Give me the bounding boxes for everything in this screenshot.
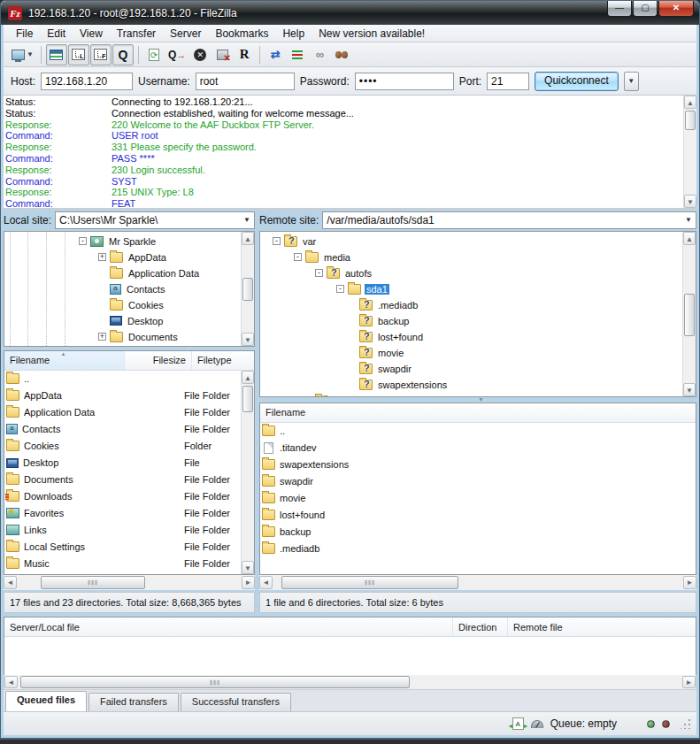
scroll-up-icon[interactable]: ▲ [242, 232, 254, 245]
tree-item-swapextensions[interactable]: swapextensions [260, 377, 681, 393]
tree-item-autofs[interactable]: -autofs [260, 265, 681, 281]
refresh-button[interactable]: ⟳ [143, 44, 165, 65]
menu-edit[interactable]: Edit [40, 26, 73, 42]
toggle-queue-button[interactable]: Q [112, 44, 134, 65]
file-row[interactable]: DocumentsFile Folder [4, 472, 241, 488]
expander-icon[interactable]: + [98, 333, 106, 341]
tree-item-application-data[interactable]: Application Data [4, 265, 240, 281]
local-horizontal-scrollbar[interactable]: ◄ ⦀⦀⦀ ► [4, 575, 255, 590]
local-tree-scrollbar[interactable]: ▲ ▼ [241, 232, 254, 346]
site-manager-button[interactable]: ▼ [9, 44, 36, 65]
scrollbar-thumb[interactable]: ⦀⦀⦀ [41, 576, 145, 589]
scrollbar-thumb[interactable]: ⦀⦀⦀ [281, 576, 458, 589]
resize-grip[interactable] [681, 718, 691, 729]
log-scrollbar[interactable]: ▲ ▼ [683, 96, 696, 208]
toggle-remote-tree-button[interactable]: F [90, 44, 112, 65]
local-list-scrollbar[interactable]: ▲ ▼ [241, 371, 254, 574]
quickconnect-button[interactable]: Quickconnect [535, 72, 619, 91]
tree-item-desktop[interactable]: Desktop [4, 313, 240, 329]
expander-icon[interactable]: - [79, 237, 87, 245]
file-row[interactable]: CookiesFolder [4, 438, 241, 455]
scroll-right-icon[interactable]: ► [242, 576, 255, 589]
file-row[interactable]: Application DataFile Folder [4, 404, 241, 421]
tree-item-downloads[interactable]: +Downloads [4, 345, 240, 346]
tree-item-lost-found[interactable]: lost+found [260, 329, 681, 345]
toggle-message-log-button[interactable] [46, 44, 67, 65]
tree-item-swapdir[interactable]: swapdir [260, 361, 681, 377]
scrollbar-thumb[interactable]: ⦀⦀⦀ [20, 676, 410, 688]
scroll-down-icon[interactable]: ▼ [242, 561, 254, 574]
file-row[interactable]: LinksFile Folder [4, 522, 241, 539]
scroll-right-icon[interactable]: ► [683, 576, 696, 589]
scroll-down-icon[interactable]: ▼ [242, 333, 254, 346]
menu-new-version-notice[interactable]: New version available! [312, 26, 432, 42]
file-row[interactable]: lost+found [260, 507, 696, 524]
column-header-filename[interactable]: Filename [260, 403, 696, 422]
chevron-down-icon[interactable]: ▼ [243, 216, 250, 224]
minimize-button[interactable]: — [607, 1, 632, 17]
scroll-up-icon[interactable]: ▲ [242, 371, 254, 384]
file-row[interactable]: AppDataFile Folder [4, 387, 241, 404]
title-bar[interactable]: Fz 192.168.1.20 - root@192.168.1.20 - Fi… [1, 1, 699, 25]
compare-directories-button[interactable]: ⇄ [265, 44, 286, 65]
scroll-left-icon[interactable]: ◄ [4, 576, 17, 589]
file-row[interactable]: DownloadsFile Folder [4, 488, 241, 505]
tree-item-contacts[interactable]: Contacts [4, 281, 240, 297]
speed-limits-icon[interactable] [531, 720, 543, 728]
tree-item-sda1[interactable]: -sda1 [260, 281, 681, 297]
reconnect-button[interactable]: R [234, 44, 255, 65]
scrollbar-thumb[interactable] [242, 386, 253, 412]
port-input[interactable]: 21 [487, 73, 529, 90]
file-row[interactable]: DesktopFile [4, 455, 241, 472]
remote-tree-scrollbar[interactable]: ▲ ▼ [682, 232, 696, 396]
tab-successful-transfers[interactable]: Successful transfers [181, 693, 291, 711]
host-input[interactable]: 192.168.1.20 [41, 73, 133, 90]
menu-file[interactable]: File [9, 26, 40, 42]
tab-failed-transfers[interactable]: Failed transfers [88, 693, 179, 711]
transfer-type-icon[interactable]: A [512, 717, 524, 730]
scroll-up-icon[interactable]: ▲ [683, 232, 696, 245]
scroll-right-icon[interactable]: ► [682, 676, 696, 688]
column-header-filesize[interactable]: Filesize [125, 351, 192, 370]
file-row[interactable]: swapextensions [260, 456, 696, 473]
expander-icon[interactable]: - [336, 285, 344, 293]
tree-item-documents[interactable]: +Documents [4, 329, 240, 345]
file-row[interactable]: .titandev [260, 440, 696, 456]
chevron-down-icon[interactable]: ▼ [685, 216, 692, 224]
scroll-down-icon[interactable]: ▼ [683, 383, 696, 396]
scrollbar-thumb[interactable] [242, 278, 253, 301]
column-header-direction[interactable]: Direction [453, 617, 508, 636]
menu-server[interactable]: Server [163, 26, 208, 42]
tree-item-media[interactable]: -media [260, 249, 681, 265]
expander-icon[interactable]: - [294, 253, 302, 261]
expander-icon[interactable]: + [98, 253, 106, 261]
directory-listing-filters-button[interactable] [287, 44, 308, 65]
menu-view[interactable]: View [73, 26, 110, 42]
remote-horizontal-scrollbar[interactable]: ◄ ⦀⦀⦀ ► [259, 575, 696, 590]
scroll-down-icon[interactable]: ▼ [684, 195, 696, 208]
tree-item-movie[interactable]: movie [260, 345, 681, 361]
file-row[interactable]: .. [260, 423, 696, 440]
remote-site-combobox[interactable]: /var/media/autofs/sda1 ▼ [322, 211, 696, 229]
collapse-handle-icon[interactable]: ▼ [478, 396, 484, 403]
scrollbar-thumb[interactable] [685, 111, 696, 130]
file-row[interactable]: backup [260, 524, 696, 541]
find-files-button[interactable] [331, 44, 352, 65]
file-row[interactable]: swapdir [260, 473, 696, 490]
process-queue-button[interactable]: Q→ [165, 44, 188, 65]
cancel-operation-button[interactable]: ✕ [189, 44, 211, 65]
tree-item-var[interactable]: -var [260, 234, 681, 249]
column-header-filetype[interactable]: Filetype [192, 351, 254, 370]
menu-transfer[interactable]: Transfer [110, 26, 163, 42]
expander-icon[interactable]: - [273, 237, 281, 245]
maximize-button[interactable]: ▢ [633, 1, 658, 17]
file-row[interactable]: MusicFile Folder [4, 556, 241, 572]
column-header-remote-file[interactable]: Remote file [508, 617, 696, 636]
menu-help[interactable]: Help [275, 26, 312, 42]
site-manager-dropdown-icon[interactable]: ▼ [27, 50, 34, 58]
scrollbar-thumb[interactable] [684, 294, 695, 336]
tab-queued-files[interactable]: Queued files [5, 691, 87, 711]
file-row[interactable]: .. [4, 371, 241, 387]
tree-item-mediadb[interactable]: .mediadb [260, 297, 681, 313]
scroll-left-icon[interactable]: ◄ [4, 676, 18, 688]
